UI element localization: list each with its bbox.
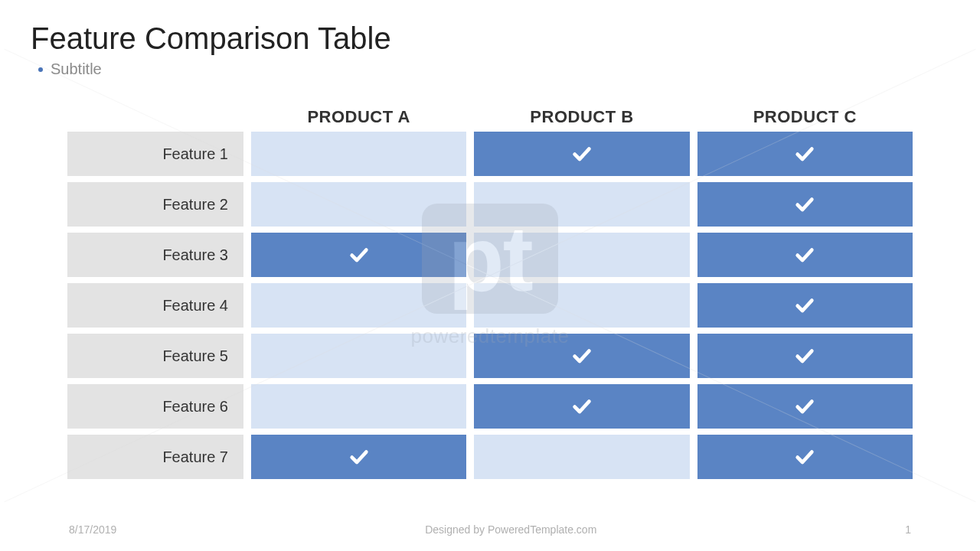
check-icon: [794, 244, 815, 266]
row-label: Feature 5: [67, 334, 243, 378]
table-row: Feature 2: [67, 182, 913, 227]
column-header: PRODUCT A: [251, 107, 466, 127]
data-cell: [697, 132, 913, 176]
data-cell: [474, 435, 689, 479]
footer-page: 1: [905, 523, 911, 536]
data-cell: [251, 435, 466, 479]
table-row: Feature 5: [67, 334, 913, 378]
data-cell: [474, 233, 689, 277]
table-row: Feature 3: [67, 233, 913, 277]
data-cell: [697, 182, 913, 227]
check-icon: [348, 244, 370, 266]
table-row: Feature 7: [67, 435, 913, 479]
comparison-table: PRODUCT A PRODUCT B PRODUCT C Feature 1F…: [67, 107, 913, 479]
data-cell: [697, 435, 913, 479]
bullet-icon: [38, 67, 43, 72]
check-icon: [794, 295, 815, 316]
data-cell: [474, 283, 689, 328]
data-cell: [474, 132, 689, 176]
data-cell: [474, 384, 689, 429]
check-icon: [348, 446, 370, 468]
column-header: PRODUCT C: [697, 107, 913, 127]
row-label: Feature 2: [67, 182, 243, 227]
check-icon: [794, 396, 815, 417]
data-cell: [251, 132, 466, 176]
slide-subtitle: Subtitle: [51, 60, 102, 78]
data-cell: [697, 384, 913, 429]
check-icon: [571, 396, 593, 417]
row-label: Feature 1: [67, 132, 243, 176]
data-cell: [251, 182, 466, 227]
data-cell: [251, 233, 466, 277]
slide: pt poweredtemplate Feature Comparison Ta…: [0, 0, 980, 551]
slide-title: Feature Comparison Table: [31, 21, 949, 56]
subtitle-row: Subtitle: [31, 60, 949, 78]
slide-footer: 8/17/2019 Designed by PoweredTemplate.co…: [0, 523, 980, 536]
table-header-row: PRODUCT A PRODUCT B PRODUCT C: [67, 107, 913, 127]
check-icon: [794, 446, 815, 468]
row-label: Feature 7: [67, 435, 243, 479]
check-icon: [794, 194, 815, 215]
row-label: Feature 6: [67, 384, 243, 429]
column-header: PRODUCT B: [474, 107, 689, 127]
table-row: Feature 4: [67, 283, 913, 328]
footer-credit: Designed by PoweredTemplate.com: [425, 523, 596, 536]
check-icon: [794, 143, 815, 165]
check-icon: [571, 345, 593, 367]
header-spacer: [67, 107, 243, 127]
data-cell: [697, 233, 913, 277]
row-label: Feature 4: [67, 283, 243, 328]
check-icon: [794, 345, 815, 367]
table-row: Feature 1: [67, 132, 913, 176]
check-icon: [571, 143, 593, 165]
data-cell: [251, 283, 466, 328]
row-label: Feature 3: [67, 233, 243, 277]
data-cell: [474, 334, 689, 378]
data-cell: [697, 334, 913, 378]
data-cell: [251, 384, 466, 429]
data-cell: [251, 334, 466, 378]
footer-date: 8/17/2019: [69, 523, 116, 536]
data-cell: [474, 182, 689, 227]
data-cell: [697, 283, 913, 328]
table-row: Feature 6: [67, 384, 913, 429]
